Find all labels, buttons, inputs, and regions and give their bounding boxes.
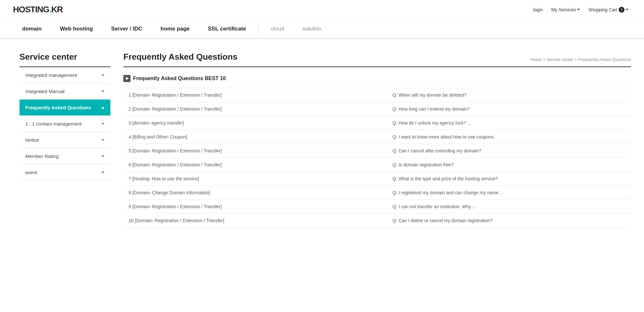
nav-server-idc[interactable]: Server / IDC <box>102 19 151 38</box>
faq-row[interactable]: 3 [domain› agency transfer] Q: How do I … <box>123 116 631 130</box>
faq-row[interactable]: 1 [Domain› Registration / Extension / Tr… <box>123 88 631 102</box>
sidebar-item-faq[interactable]: Frequently Asked Questions <box>19 100 110 116</box>
faq-question: Q: Can I delete or cancel my domain regi… <box>387 214 631 228</box>
nav-web-hosting[interactable]: Web hosting <box>51 19 102 38</box>
shopping-cart-label: Shopping Cart <box>588 7 617 12</box>
sidebar-item-label: Notice <box>25 137 39 143</box>
faq-category: 1 [Domain› Registration / Extension / Tr… <box>123 88 387 102</box>
chevron-down-icon <box>101 139 105 141</box>
nav-cloud[interactable]: cloud <box>262 19 293 38</box>
faq-category: 2 [Domain› Registration / Extension / Tr… <box>123 102 387 116</box>
chevron-down-icon <box>101 123 105 125</box>
main-navigation: domain Web hosting Server / IDC home pag… <box>0 19 644 39</box>
sidebar-item-label: Frequently Asked Questions <box>25 105 91 110</box>
top-navigation: login My Services Shopping Cart 0 <box>531 6 631 14</box>
nav-divider <box>258 24 259 33</box>
chevron-down-icon <box>101 155 105 157</box>
play-icon <box>123 75 130 82</box>
sidebar-item-label: Member Rating <box>25 153 59 159</box>
faq-row[interactable]: 10 [Domain› Registration / Extension / T… <box>123 214 631 228</box>
faq-row[interactable]: 2 [Domain› Registration / Extension / Tr… <box>123 102 631 116</box>
my-services-arrow-icon <box>577 9 580 10</box>
my-services-dropdown[interactable]: My Services <box>549 6 582 14</box>
faq-question: Q: I can not transfer an institution. Wh… <box>387 200 631 214</box>
faq-row[interactable]: 8 [Domain› Change Domain Information] Q:… <box>123 186 631 200</box>
page-title: Frequently Asked Questions <box>123 52 238 62</box>
faq-category: 5 [Domain› Registration / Extension / Tr… <box>123 144 387 158</box>
top-header: HOSTING.KR login My Services Shopping Ca… <box>0 0 644 19</box>
faq-row[interactable]: 6 [Domain› Registration / Extension / Tr… <box>123 158 631 172</box>
faq-category: 3 [domain› agency transfer] <box>123 116 387 130</box>
shopping-cart-dropdown[interactable]: Shopping Cart 0 <box>586 6 631 14</box>
my-services-label: My Services <box>551 7 576 12</box>
faq-question: Q: I want to know more about how to use … <box>387 130 631 144</box>
cart-arrow-icon <box>626 9 628 10</box>
sidebar: Service center Integrated management Int… <box>19 52 110 228</box>
breadcrumb: Home > Service center > Frequently Asked… <box>530 57 631 62</box>
nav-home-page[interactable]: home page <box>152 19 199 38</box>
sidebar-item-integrated-management[interactable]: Integrated management <box>19 67 110 83</box>
sidebar-item-label: Integrated Manual <box>25 89 65 94</box>
cart-count-badge: 0 <box>619 7 625 13</box>
faq-question: Q: Is domain registration free? <box>387 158 631 172</box>
sidebar-item-member-rating[interactable]: Member Rating <box>19 148 110 164</box>
sidebar-item-integrated-manual[interactable]: Integrated Manual <box>19 83 110 100</box>
logo-dot: . <box>49 5 51 14</box>
faq-category: 4 [Billing and Other› Coupon] <box>123 130 387 144</box>
faq-row[interactable]: 7 [Hosting› How to use the service] Q: W… <box>123 172 631 186</box>
chevron-down-icon <box>101 90 105 92</box>
faq-question: Q: I registered my domain and can change… <box>387 186 631 200</box>
nav-domain[interactable]: domain <box>13 19 51 38</box>
faq-category: 10 [Domain› Registration / Extension / T… <box>123 214 387 228</box>
faq-question: Q: How do I unlock my agency lock? ... <box>387 116 631 130</box>
faq-section-title-text: Frequently Asked Questions BEST 10 <box>133 76 226 81</box>
page-body: Service center Integrated management Int… <box>0 39 644 241</box>
login-link[interactable]: login <box>531 6 546 14</box>
faq-row[interactable]: 9 [Domain› Registration / Extension / Tr… <box>123 200 631 214</box>
faq-question: Q: Can I cancel after extending my domai… <box>387 144 631 158</box>
content-header: Frequently Asked Questions Home > Servic… <box>123 52 631 67</box>
sidebar-item-contact-management[interactable]: 1 : 1 contact management <box>19 116 110 132</box>
nav-ssl-certificate[interactable]: SSL certificate <box>199 19 255 38</box>
faq-question: Q: What is the type and price of the hos… <box>387 172 631 186</box>
faq-row[interactable]: 5 [Domain› Registration / Extension / Tr… <box>123 144 631 158</box>
chevron-down-icon <box>101 172 105 174</box>
sidebar-item-label: event <box>25 170 37 175</box>
main-content: Frequently Asked Questions Home > Servic… <box>123 52 631 228</box>
chevron-down-icon <box>101 74 105 76</box>
nav-solution[interactable]: solution <box>293 19 331 38</box>
faq-category: 9 [Domain› Registration / Extension / Tr… <box>123 200 387 214</box>
chevron-up-icon <box>101 107 105 109</box>
sidebar-item-label: Integrated management <box>25 72 77 78</box>
logo[interactable]: HOSTING.KR <box>13 5 63 15</box>
faq-category: 8 [Domain› Change Domain Information] <box>123 186 387 200</box>
faq-category: 6 [Domain› Registration / Extension / Tr… <box>123 158 387 172</box>
faq-question: Q: When will my domain be deleted? <box>387 88 631 102</box>
faq-table: 1 [Domain› Registration / Extension / Tr… <box>123 88 631 228</box>
sidebar-title: Service center <box>19 52 110 67</box>
faq-question: Q: How long can I extend my domain? <box>387 102 631 116</box>
sidebar-item-notice[interactable]: Notice <box>19 132 110 148</box>
sidebar-item-event[interactable]: event <box>19 164 110 181</box>
faq-section-heading: Frequently Asked Questions BEST 10 <box>123 75 631 82</box>
sidebar-item-label: 1 : 1 contact management <box>25 121 81 126</box>
faq-category: 7 [Hosting› How to use the service] <box>123 172 387 186</box>
faq-row[interactable]: 4 [Billing and Other› Coupon] Q: I want … <box>123 130 631 144</box>
